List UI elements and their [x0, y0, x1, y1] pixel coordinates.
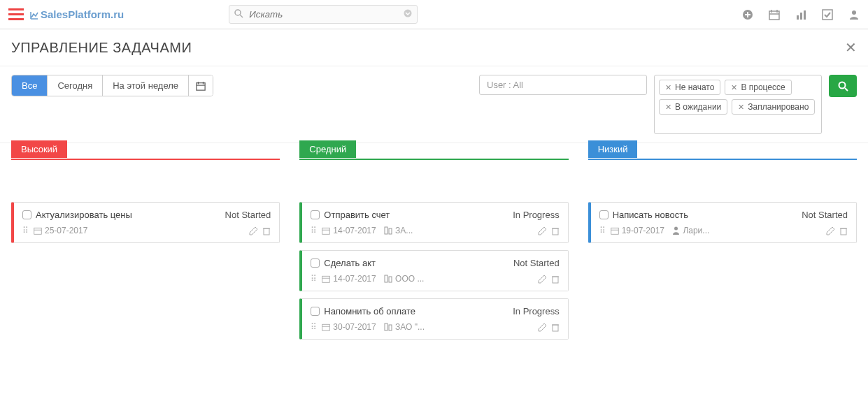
column-high: Высокий Актуализировать цены Not Started… — [11, 159, 280, 347]
svg-rect-26 — [322, 228, 330, 234]
drag-handle-icon[interactable]: ⠿ — [599, 226, 605, 235]
menu-icon[interactable] — [8, 8, 24, 21]
status-tag[interactable]: ✕В ожидании — [659, 99, 727, 115]
checkbox[interactable] — [311, 307, 320, 316]
drag-handle-icon[interactable]: ⠿ — [311, 322, 316, 332]
date-filter-group: Все Сегодня На этой неделе — [11, 75, 213, 96]
status-tag[interactable]: ✕Запланировано — [732, 99, 815, 115]
svg-rect-29 — [389, 228, 392, 234]
column-label: Средний — [299, 140, 356, 158]
task-status: In Progress — [513, 210, 559, 220]
delete-icon[interactable] — [551, 226, 560, 235]
task-card[interactable]: Написать новость Not Started ⠿ 19-07-201… — [588, 202, 857, 243]
edit-icon[interactable] — [249, 226, 258, 235]
column-header: Средний — [299, 159, 568, 160]
edit-icon[interactable] — [538, 226, 547, 235]
task-meta: 30-07-2017 ЗАО "... — [322, 322, 425, 332]
status-filter-box[interactable]: ✕Не начато ✕В процессе ✕В ожидании ✕Запл… — [654, 75, 822, 134]
top-icons — [742, 9, 860, 20]
checkbox[interactable] — [311, 210, 320, 219]
remove-icon[interactable]: ✕ — [665, 103, 671, 112]
svg-rect-36 — [553, 277, 558, 283]
svg-rect-2 — [8, 18, 24, 20]
svg-rect-44 — [611, 228, 618, 234]
add-icon[interactable] — [742, 9, 753, 20]
drag-handle-icon[interactable]: ⠿ — [22, 226, 28, 235]
column-label: Низкий — [588, 140, 638, 158]
global-search-input[interactable] — [229, 5, 418, 24]
task-title: Напомнить об оплате — [324, 306, 415, 316]
delete-icon[interactable] — [839, 226, 848, 235]
svg-rect-32 — [322, 276, 330, 282]
svg-rect-12 — [800, 13, 802, 20]
svg-point-15 — [852, 10, 856, 15]
column-medium: Средний Отправить счет In Progress ⠿ 14-… — [299, 159, 568, 347]
svg-rect-41 — [389, 325, 392, 330]
drag-handle-icon[interactable]: ⠿ — [311, 274, 316, 284]
remove-icon[interactable]: ✕ — [738, 103, 744, 112]
column-low: Низкий Написать новость Not Started ⠿ 19… — [588, 159, 857, 347]
delete-icon[interactable] — [551, 323, 560, 332]
column-label: Высокий — [11, 140, 67, 158]
delete-icon[interactable] — [262, 226, 271, 235]
page-title: УПРАВЛЕНИЕ ЗАДАЧАМИ — [11, 40, 192, 56]
user-icon[interactable] — [848, 9, 860, 20]
svg-rect-11 — [797, 15, 799, 20]
task-meta: 25-07-2017 — [34, 226, 87, 235]
task-status: Not Started — [513, 258, 560, 268]
task-card[interactable]: Отправить счет In Progress ⠿ 14-07-2017 … — [299, 202, 568, 243]
task-title: Отправить счет — [324, 210, 390, 220]
svg-line-21 — [845, 88, 848, 91]
svg-rect-35 — [389, 277, 392, 282]
task-meta: 19-07-2017 Лари... — [611, 226, 710, 235]
remove-icon[interactable]: ✕ — [665, 83, 671, 92]
svg-point-3 — [235, 10, 241, 15]
brand-logo[interactable]: SalesPlatform.ru — [29, 8, 124, 20]
toolbar: Все Сегодня На этой неделе ✕Не начато ✕В… — [0, 66, 868, 143]
svg-rect-28 — [385, 227, 387, 234]
task-status: In Progress — [513, 306, 559, 316]
edit-icon[interactable] — [538, 323, 547, 332]
global-search — [229, 5, 418, 24]
task-title: Сделать акт — [324, 258, 376, 268]
edit-icon[interactable] — [538, 275, 547, 284]
column-header: Высокий — [11, 159, 280, 160]
drag-handle-icon[interactable]: ⠿ — [311, 226, 316, 235]
status-tag[interactable]: ✕В процессе — [725, 80, 791, 95]
task-card[interactable]: Актуализировать цены Not Started ⠿ 25-07… — [11, 202, 280, 243]
edit-icon[interactable] — [826, 226, 835, 235]
task-title: Написать новость — [613, 210, 688, 220]
filter-week-button[interactable]: На этой неделе — [103, 75, 189, 96]
checkbox[interactable] — [22, 210, 31, 219]
svg-rect-42 — [553, 325, 558, 331]
close-icon[interactable]: ✕ — [845, 39, 857, 56]
filter-all-button[interactable]: Все — [12, 75, 48, 96]
svg-rect-30 — [553, 228, 558, 235]
status-tag[interactable]: ✕Не начато — [659, 80, 720, 95]
task-card[interactable]: Напомнить об оплате In Progress ⠿ 30-07-… — [299, 298, 568, 340]
svg-point-20 — [839, 82, 845, 88]
search-button[interactable] — [829, 75, 857, 97]
svg-rect-47 — [841, 228, 846, 235]
calendar-icon[interactable] — [769, 9, 780, 20]
topbar: SalesPlatform.ru — [0, 0, 868, 29]
task-icon[interactable] — [822, 9, 833, 20]
user-filter-input[interactable] — [479, 75, 647, 95]
delete-icon[interactable] — [551, 275, 560, 284]
svg-rect-22 — [34, 228, 42, 234]
checkbox[interactable] — [311, 259, 320, 268]
task-card[interactable]: Сделать акт Not Started ⠿ 14-07-2017 ООО… — [299, 250, 568, 291]
chart-icon[interactable] — [795, 9, 806, 20]
remove-icon[interactable]: ✕ — [731, 83, 737, 92]
task-title: Актуализировать цены — [36, 210, 132, 220]
svg-rect-1 — [8, 13, 24, 15]
filter-today-button[interactable]: Сегодня — [48, 75, 103, 96]
svg-rect-24 — [264, 228, 269, 235]
checkbox[interactable] — [599, 210, 609, 219]
svg-rect-38 — [322, 324, 330, 330]
task-meta: 14-07-2017 ООО ... — [322, 274, 424, 284]
filter-calendar-button[interactable] — [189, 75, 213, 96]
column-header: Низкий — [588, 159, 857, 160]
svg-line-4 — [240, 15, 243, 17]
chevron-down-icon[interactable] — [404, 9, 412, 17]
